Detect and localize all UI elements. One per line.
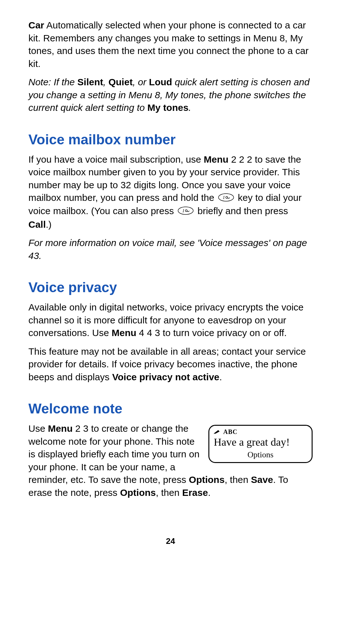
svg-point-2 — [178, 207, 193, 214]
wn-options2: Options — [120, 487, 156, 498]
wn-e: , then — [156, 487, 182, 498]
car-label: Car — [28, 20, 44, 30]
voice-mailbox-paragraph-1: If you have a voice mail subscription, u… — [28, 153, 313, 231]
note-silent: Silent — [77, 77, 103, 87]
vp-p2-b: . — [219, 372, 222, 382]
note-sep1: , — [103, 77, 109, 87]
vm-p1-d: briefly and then press — [195, 206, 288, 216]
wn-a: Use — [28, 423, 48, 434]
voice-mailbox-paragraph-2: For more information on voice mail, see … — [28, 237, 313, 262]
svg-point-0 — [218, 194, 234, 201]
svg-text:1: 1 — [223, 195, 225, 200]
vp-p2-bold: Voice privacy not active — [112, 372, 219, 382]
vm-p1-call: Call — [28, 219, 46, 230]
car-paragraph: Car Automatically selected when your pho… — [28, 19, 313, 70]
wn-options: Options — [189, 474, 224, 485]
wn-save: Save — [251, 474, 273, 485]
key-1-icon: 1 — [218, 192, 234, 205]
wn-menu: Menu — [48, 423, 73, 434]
svg-text:1: 1 — [182, 208, 185, 213]
key-1-icon: 1 — [178, 205, 194, 218]
wn-erase: Erase — [182, 487, 208, 498]
voice-privacy-heading: Voice privacy — [28, 280, 313, 295]
phone-screen-softkey: Options — [214, 450, 307, 460]
voice-privacy-paragraph-1: Available only in digital networks, voic… — [28, 301, 313, 340]
phone-screen-message: Have a great day! — [214, 436, 307, 448]
phone-input-mode: ABC — [223, 428, 237, 436]
phone-screen-header: ABC — [214, 428, 307, 436]
note-mytones: My tones — [147, 102, 188, 113]
vm-p1-menu: Menu — [204, 154, 228, 165]
voice-privacy-paragraph-2: This feature may not be available in all… — [28, 345, 313, 384]
note-quiet: Quiet — [108, 77, 133, 87]
vm-p1-e: .) — [46, 219, 51, 230]
note-prefix: Note: If the — [28, 77, 77, 87]
voice-mailbox-heading: Voice mailbox number — [28, 132, 313, 147]
wn-c: , then — [224, 474, 251, 485]
vp-p1-menu: Menu — [111, 328, 136, 338]
document-page: Car Automatically selected when your pho… — [0, 0, 341, 559]
vp-p1-b: 4 4 3 to turn voice privacy on or off. — [136, 328, 287, 338]
pencil-icon — [214, 428, 221, 436]
note-loud: Loud — [149, 77, 172, 87]
note-end: . — [188, 102, 191, 113]
note-paragraph: Note: If the Silent, Quiet, or Loud quic… — [28, 76, 313, 114]
phone-screen-illustration: ABC Have a great day! Options — [208, 425, 313, 463]
car-text: Automatically selected when your phone i… — [28, 20, 308, 69]
page-number: 24 — [28, 536, 313, 546]
vm-p1-a: If you have a voice mail subscription, u… — [28, 154, 204, 165]
welcome-note-heading: Welcome note — [28, 401, 313, 417]
note-sep2: , or — [133, 77, 149, 87]
welcome-note-block: ABC Have a great day! Options Use Menu 2… — [28, 422, 313, 505]
wn-f: . — [208, 487, 211, 498]
